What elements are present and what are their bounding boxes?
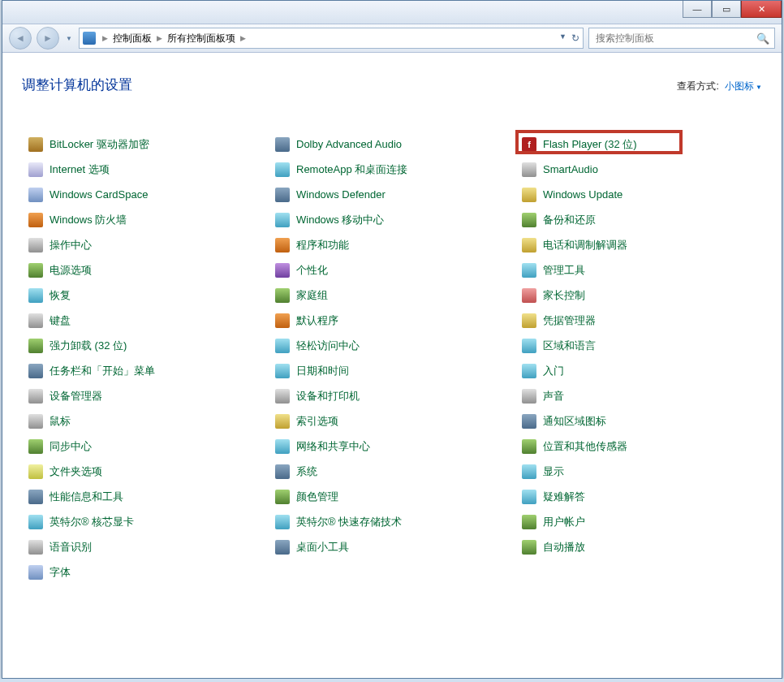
control-panel-item[interactable]: 日期和时间	[269, 358, 515, 383]
control-panel-item-link[interactable]: 备份和还原	[543, 213, 596, 227]
search-input[interactable]	[594, 32, 756, 45]
close-button[interactable]: ✕	[741, 1, 782, 18]
control-panel-item-link[interactable]: 电源选项	[50, 263, 92, 278]
control-panel-item[interactable]: 性能信息和工具	[22, 484, 269, 509]
control-panel-item[interactable]: 颜色管理	[269, 484, 515, 509]
control-panel-item[interactable]: 恢复	[22, 283, 269, 308]
control-panel-item-link[interactable]: 英特尔® 核芯显卡	[50, 515, 134, 529]
control-panel-item-link[interactable]: 位置和其他传感器	[543, 439, 627, 454]
control-panel-item[interactable]: 同步中心	[22, 434, 269, 459]
chevron-right-icon[interactable]: ▶	[153, 34, 166, 42]
control-panel-item[interactable]: 位置和其他传感器	[515, 434, 762, 459]
forward-button[interactable]: ►	[37, 27, 59, 50]
control-panel-item-link[interactable]: 自动播放	[543, 540, 585, 555]
control-panel-item[interactable]: 个性化	[269, 257, 515, 283]
control-panel-item[interactable]: 声音	[515, 383, 762, 408]
control-panel-item-link[interactable]: 语音识别	[50, 540, 92, 555]
control-panel-item-link[interactable]: Windows 移动中心	[296, 213, 384, 227]
control-panel-item-link[interactable]: 英特尔® 快速存储技术	[296, 515, 402, 529]
control-panel-item[interactable]: Windows 移动中心	[269, 207, 515, 232]
control-panel-item[interactable]: SmartAudio	[515, 157, 762, 182]
control-panel-item-link[interactable]: 通知区域图标	[543, 414, 606, 429]
control-panel-item-link[interactable]: 恢复	[50, 288, 71, 303]
titlebar[interactable]: — ▭ ✕	[2, 1, 782, 24]
control-panel-item-link[interactable]: 管理工具	[543, 263, 585, 278]
control-panel-item[interactable]: 入门	[515, 358, 762, 383]
control-panel-item-link[interactable]: Windows Update	[543, 188, 622, 201]
control-panel-item[interactable]: fFlash Player (32 位)	[515, 132, 762, 157]
control-panel-item-link[interactable]: 电话和调制解调器	[543, 238, 627, 253]
control-panel-item-link[interactable]: Windows CardSpace	[50, 188, 148, 201]
control-panel-item[interactable]: 网络和共享中心	[269, 434, 515, 459]
control-panel-item-link[interactable]: 用户帐户	[543, 515, 585, 529]
control-panel-item-link[interactable]: 操作中心	[50, 238, 92, 253]
control-panel-item-link[interactable]: Windows Defender	[296, 188, 386, 201]
control-panel-item[interactable]: 管理工具	[515, 257, 762, 283]
control-panel-item[interactable]: 桌面小工具	[269, 534, 515, 559]
control-panel-item[interactable]: 操作中心	[22, 232, 269, 257]
control-panel-item-link[interactable]: RemoteApp 和桌面连接	[296, 162, 407, 177]
control-panel-item[interactable]: 轻松访问中心	[269, 333, 515, 358]
control-panel-item[interactable]: 电源选项	[22, 257, 269, 283]
control-panel-item-link[interactable]: SmartAudio	[543, 163, 598, 175]
control-panel-item[interactable]: 家长控制	[515, 283, 762, 308]
control-panel-item[interactable]: 程序和功能	[269, 232, 515, 257]
control-panel-item[interactable]: Windows 防火墙	[22, 207, 269, 232]
control-panel-item[interactable]: 用户帐户	[515, 509, 762, 534]
chevron-right-icon[interactable]: ▶	[237, 34, 249, 42]
control-panel-item[interactable]: 系统	[269, 459, 515, 484]
control-panel-item[interactable]: RemoteApp 和桌面连接	[269, 157, 515, 182]
control-panel-item[interactable]: 疑难解答	[515, 484, 762, 509]
control-panel-item[interactable]: 设备和打印机	[269, 383, 515, 408]
control-panel-item-link[interactable]: 文件夹选项	[50, 464, 102, 479]
control-panel-item[interactable]: 字体	[22, 559, 269, 585]
control-panel-item-link[interactable]: 任务栏和「开始」菜单	[50, 364, 155, 378]
minimize-button[interactable]: —	[683, 1, 712, 18]
control-panel-item-link[interactable]: 家庭组	[296, 288, 328, 303]
control-panel-item-link[interactable]: Windows 防火墙	[50, 213, 127, 227]
control-panel-item-link[interactable]: 声音	[543, 389, 564, 404]
control-panel-item[interactable]: BitLocker 驱动器加密	[22, 132, 269, 157]
control-panel-item[interactable]: 强力卸载 (32 位)	[22, 333, 269, 358]
control-panel-item-link[interactable]: 家长控制	[543, 288, 585, 303]
control-panel-item[interactable]: Windows Update	[515, 182, 762, 207]
control-panel-item-link[interactable]: 疑难解答	[543, 490, 585, 504]
control-panel-item-link[interactable]: 同步中心	[50, 439, 92, 454]
search-box[interactable]: 🔍	[588, 28, 775, 49]
breadcrumb-seg-2[interactable]: 所有控制面板项	[167, 32, 235, 45]
control-panel-item-link[interactable]: 凭据管理器	[543, 313, 596, 328]
control-panel-item-link[interactable]: 键盘	[50, 313, 71, 328]
control-panel-item-link[interactable]: 轻松访问中心	[296, 339, 360, 353]
control-panel-item[interactable]: 英特尔® 核芯显卡	[22, 509, 269, 534]
control-panel-item[interactable]: Windows CardSpace	[22, 182, 269, 207]
control-panel-item[interactable]: 家庭组	[269, 283, 515, 308]
back-button[interactable]: ◄	[9, 27, 32, 50]
control-panel-item[interactable]: 区域和语言	[515, 333, 762, 358]
breadcrumb-seg-1[interactable]: 控制面板	[113, 32, 152, 45]
control-panel-item-link[interactable]: 颜色管理	[296, 490, 338, 504]
control-panel-item[interactable]: 显示	[515, 459, 762, 484]
control-panel-item[interactable]: 语音识别	[22, 534, 269, 559]
refresh-icon[interactable]: ↻	[571, 32, 579, 44]
control-panel-item-link[interactable]: 索引选项	[296, 414, 338, 429]
control-panel-item-link[interactable]: 字体	[50, 565, 71, 580]
control-panel-item[interactable]: 设备管理器	[22, 383, 269, 408]
control-panel-item-link[interactable]: 入门	[543, 364, 564, 378]
chevron-right-icon[interactable]: ▶	[99, 34, 111, 42]
control-panel-item[interactable]: 凭据管理器	[515, 308, 762, 333]
control-panel-item[interactable]: 自动播放	[515, 534, 762, 559]
control-panel-item-link[interactable]: 系统	[296, 464, 317, 479]
control-panel-item[interactable]: 文件夹选项	[22, 459, 269, 484]
maximize-button[interactable]: ▭	[712, 1, 741, 18]
control-panel-item[interactable]: Internet 选项	[22, 157, 269, 182]
control-panel-item[interactable]: 键盘	[22, 308, 269, 333]
control-panel-item-link[interactable]: 设备和打印机	[296, 389, 360, 404]
control-panel-item-link[interactable]: 设备管理器	[50, 389, 102, 404]
address-bar[interactable]: ▶ 控制面板 ▶ 所有控制面板项 ▶ ▼ ↻	[79, 28, 584, 49]
control-panel-item[interactable]: 电话和调制解调器	[515, 232, 762, 257]
chevron-down-icon[interactable]: ▼	[756, 84, 762, 91]
control-panel-item-link[interactable]: 强力卸载 (32 位)	[50, 339, 127, 353]
control-panel-item-link[interactable]: BitLocker 驱动器加密	[50, 137, 149, 152]
control-panel-item-link[interactable]: 个性化	[296, 263, 328, 278]
control-panel-item-link[interactable]: 区域和语言	[543, 339, 596, 353]
